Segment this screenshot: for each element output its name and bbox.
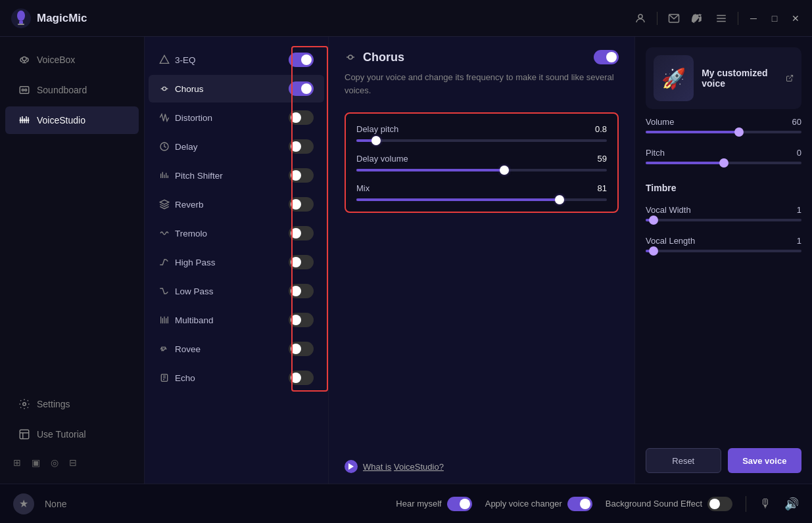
delay-pitch-thumb[interactable] (371, 136, 381, 145)
reverb-icon (159, 199, 170, 210)
toggle-distortion[interactable] (289, 110, 314, 125)
effect-item-echo[interactable]: Echo (149, 364, 324, 392)
effect-item-tremolo[interactable]: Tremolo (149, 219, 324, 247)
effect-item-distortion[interactable]: Distortion (149, 104, 324, 131)
multiband-icon (159, 315, 170, 325)
tremolo-icon (159, 228, 170, 239)
mail-icon[interactable] (667, 11, 681, 26)
right-panel: 🚀 My customized voice Volume 60 (634, 37, 812, 484)
pitch-label: Pitch (646, 148, 665, 158)
pitch-shifter-icon (159, 170, 170, 181)
toggle-echo[interactable] (289, 371, 314, 385)
param-delay-pitch: Delay pitch 0.8 (356, 124, 607, 142)
toggle-chorus-header[interactable] (594, 50, 619, 64)
vocal-width-track[interactable] (646, 219, 801, 221)
param-delay-volume: Delay volume 59 (356, 154, 607, 171)
chorus-header-icon (345, 51, 356, 63)
voice-studio-link[interactable]: VoiceStudio? (394, 462, 444, 472)
effect-item-3eq[interactable]: 3-EQ (149, 46, 324, 74)
toggle-tremolo[interactable] (289, 226, 314, 240)
settings-icon (18, 398, 30, 410)
what-is-label: What is (363, 462, 391, 472)
3eq-icon (159, 55, 170, 65)
effect-item-multiband[interactable]: Multiband (149, 306, 324, 334)
titlebar-right: ─ □ ✕ (633, 11, 801, 26)
effect-item-low-pass[interactable]: Low Pass (149, 277, 324, 305)
volume-fill (646, 131, 739, 133)
sidebar: VoiceBox Soundboard VoiceStudio (0, 37, 145, 484)
save-voice-button[interactable]: Save voice (728, 448, 802, 473)
toggle-rovee[interactable] (289, 342, 314, 356)
sidebar-item-voicestudio[interactable]: VoiceStudio (5, 106, 139, 134)
camera-icon[interactable]: ⊞ (13, 457, 21, 468)
pitch-track[interactable] (646, 162, 801, 164)
maximize-btn[interactable]: □ (769, 12, 780, 24)
sidebar-label-voicebox: VoiceBox (37, 55, 75, 65)
param-mix: Mix 81 (356, 183, 607, 201)
toggle-3eq[interactable] (289, 53, 314, 67)
effects-panel: 3-EQ Chorus Distortion (145, 37, 329, 484)
effect-item-chorus[interactable]: Chorus (149, 75, 324, 102)
volume-thumb[interactable] (734, 127, 744, 137)
svg-point-42 (348, 55, 352, 59)
effect-item-delay[interactable]: Delay (149, 133, 324, 160)
toggle-hear-myself[interactable] (447, 497, 472, 511)
reset-button[interactable]: Reset (646, 448, 721, 473)
mix-track[interactable] (356, 198, 607, 201)
effect-label-echo: Echo (175, 373, 283, 383)
toggle-delay[interactable] (289, 139, 314, 154)
close-btn[interactable]: ✕ (790, 12, 801, 24)
toggle-apply-voice-changer[interactable] (567, 497, 592, 511)
delay-pitch-track[interactable] (356, 139, 607, 142)
voice-preview: 🚀 My customized voice (646, 47, 801, 109)
mix-fill (356, 198, 560, 201)
toggle-high-pass[interactable] (289, 255, 314, 269)
mix-thumb[interactable] (555, 195, 564, 204)
toggle-chorus[interactable] (289, 81, 314, 96)
background-sound-group: Background Sound Effect (606, 497, 732, 511)
sidebar-item-settings[interactable]: Settings (5, 390, 139, 418)
pitch-thumb[interactable] (719, 158, 728, 168)
vocal-length-track[interactable] (646, 250, 801, 252)
toggle-reverb[interactable] (289, 197, 314, 212)
param-delay-volume-header: Delay volume 59 (356, 154, 607, 164)
toggle-low-pass[interactable] (289, 284, 314, 298)
effect-item-high-pass[interactable]: High Pass (149, 248, 324, 276)
user-icon[interactable] (633, 11, 648, 26)
volume-icon[interactable]: 🔊 (784, 497, 799, 511)
tb-divider-2 (738, 12, 738, 25)
discord-icon[interactable] (690, 11, 705, 26)
mic-icon[interactable]: 🎙 (759, 497, 771, 511)
toggle-pitch-shifter[interactable] (289, 168, 314, 183)
voicebox-icon (18, 54, 30, 66)
external-link-icon[interactable] (786, 74, 794, 83)
vocal-length-thumb[interactable] (649, 246, 658, 256)
voicestudio-icon (18, 114, 30, 126)
effect-item-rovee[interactable]: Rovee (149, 335, 324, 363)
phone-icon[interactable]: ▣ (32, 457, 40, 468)
star-icon[interactable]: ★ (13, 493, 34, 514)
vocal-width-thumb[interactable] (649, 216, 658, 225)
minimize-btn[interactable]: ─ (748, 12, 759, 24)
title-bar: MagicMic ─ □ ✕ (0, 0, 812, 37)
tutorial-icon (18, 428, 30, 440)
menu-icon[interactable] (714, 11, 728, 26)
play-icon[interactable] (345, 460, 358, 473)
sidebar-item-tutorial[interactable]: Use Tutorial (5, 421, 139, 448)
delay-volume-thumb[interactable] (500, 166, 509, 175)
toggle-background-sound[interactable] (707, 497, 732, 511)
apply-voice-changer-label: Apply voice changer (485, 499, 562, 509)
effect-item-pitch-shifter[interactable]: Pitch Shifter (149, 162, 324, 189)
effect-label-rovee: Rovee (175, 344, 283, 354)
none-label: None (45, 499, 66, 509)
main-layout: VoiceBox Soundboard VoiceStudio (0, 37, 812, 484)
message-icon[interactable]: ◎ (51, 457, 59, 468)
layout-icon[interactable]: ⊟ (69, 457, 77, 468)
effect-item-reverb[interactable]: Reverb (149, 191, 324, 218)
toggle-multiband[interactable] (289, 313, 314, 327)
sidebar-item-voicebox[interactable]: VoiceBox (5, 46, 139, 74)
delay-volume-track[interactable] (356, 169, 607, 171)
sidebar-item-soundboard[interactable]: Soundboard (5, 76, 139, 104)
volume-track[interactable] (646, 131, 801, 133)
effect-label-chorus: Chorus (175, 84, 283, 94)
